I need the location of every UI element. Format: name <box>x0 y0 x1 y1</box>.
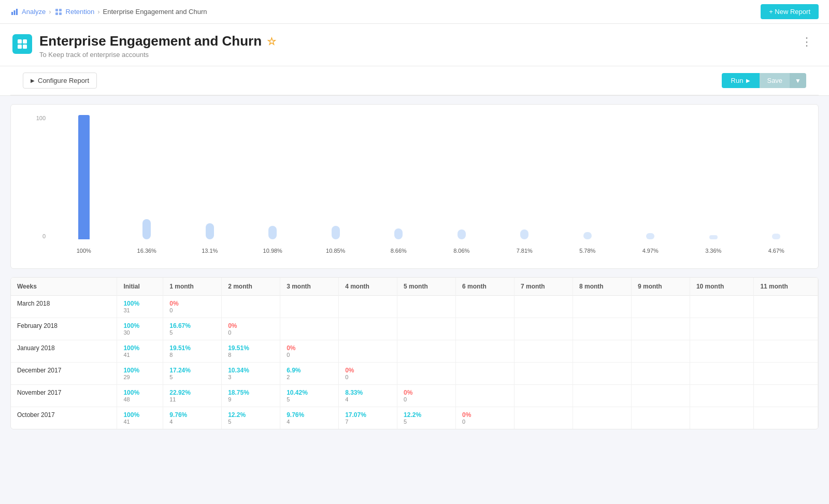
cell-count: 41 <box>123 352 156 358</box>
run-icon: ▶ <box>746 78 750 83</box>
table-cell <box>573 340 632 363</box>
breadcrumb-sep-2: › <box>97 8 99 16</box>
table-header-cell: 8 month <box>573 278 632 296</box>
cell-count: 2 <box>287 374 332 380</box>
week-label: October 2017 <box>11 407 117 429</box>
bars-container: 100%16.36%13.1%10.98%10.85%8.66%8.06%7.8… <box>52 115 808 239</box>
table-cell: 16.67%5 <box>163 318 222 340</box>
favorite-star[interactable]: ☆ <box>267 35 276 48</box>
cell-percentage: 10.42% <box>287 389 332 396</box>
table-cell <box>280 318 339 340</box>
bar <box>332 226 340 239</box>
save-dropdown-button[interactable]: ▼ <box>790 73 806 88</box>
bar-label: 7.81% <box>517 248 533 254</box>
cell-count: 41 <box>123 419 156 425</box>
cell-percentage: 17.24% <box>169 367 215 374</box>
cell-percentage: 18.75% <box>228 389 274 396</box>
svg-rect-0 <box>11 12 13 15</box>
svg-rect-4 <box>59 9 62 11</box>
table-cell: 10.34%3 <box>222 363 280 385</box>
analyze-link[interactable]: Analyze <box>22 8 46 16</box>
table-cell <box>690 340 753 363</box>
bar-column: 3.36% <box>682 115 745 239</box>
cell-count: 31 <box>123 307 156 313</box>
svg-rect-5 <box>55 12 58 15</box>
new-report-button[interactable]: + New Report <box>761 4 819 19</box>
bar-column: 4.67% <box>745 115 808 239</box>
table-row: October 2017100%419.76%412.2%59.76%417.0… <box>11 407 818 429</box>
retention-link[interactable]: Retention <box>66 8 95 16</box>
bar-column: 16.36% <box>116 115 179 239</box>
run-button[interactable]: Run ▶ <box>722 73 760 88</box>
table-header-cell: 1 month <box>163 278 222 296</box>
table-cell <box>456 363 514 385</box>
table-cell <box>690 385 753 407</box>
cell-percentage: 12.2% <box>228 411 274 419</box>
page-subtitle: To Keep track of enterprise accounts <box>39 51 276 59</box>
table-cell <box>631 340 690 363</box>
cell-percentage: 19.51% <box>169 344 215 352</box>
bar-label: 8.66% <box>391 248 407 254</box>
breadcrumb: Analyze › Retention › Enterprise Engagem… <box>10 8 207 16</box>
table-cell <box>754 407 818 429</box>
bar <box>268 226 277 239</box>
cell-percentage: 9.76% <box>169 411 215 419</box>
bar-column: 8.06% <box>430 115 493 239</box>
bar <box>206 223 214 239</box>
chart-section: 100 0 100%16.36%13.1%10.98%10.85%8.66%8.… <box>10 104 819 269</box>
bar-column: 8.66% <box>367 115 431 239</box>
table-cell <box>754 363 818 385</box>
bar-column: 100% <box>52 115 116 239</box>
cell-percentage: 100% <box>123 300 156 307</box>
bar-label: 16.36% <box>137 248 156 254</box>
table-cell: 0%0 <box>280 340 339 363</box>
bar-label: 13.1% <box>202 248 218 254</box>
table-header-cell: 5 month <box>397 278 456 296</box>
toolbar: ▶ Configure Report Run ▶ Save ▼ <box>10 66 819 95</box>
bar <box>78 115 90 239</box>
table-cell <box>514 385 573 407</box>
toolbar-actions: Run ▶ Save ▼ <box>722 73 806 88</box>
bar <box>646 233 654 239</box>
cell-percentage: 100% <box>123 367 156 374</box>
configure-report-button[interactable]: ▶ Configure Report <box>23 73 97 89</box>
configure-label: Configure Report <box>38 77 89 84</box>
title-block: Enterprise Engagement and Churn ☆ To Kee… <box>39 33 276 59</box>
cell-percentage: 0% <box>404 389 449 396</box>
cell-count: 11 <box>169 396 215 402</box>
page-icon <box>12 34 32 54</box>
table-row: February 2018100%3016.67%50%0 <box>11 318 818 340</box>
more-menu-button[interactable]: ⋮ <box>797 33 817 51</box>
table-header-cell: 4 month <box>339 278 397 296</box>
table-cell <box>573 385 632 407</box>
cell-percentage: 0% <box>169 300 215 307</box>
table-cell <box>514 340 573 363</box>
header-left: Enterprise Engagement and Churn ☆ To Kee… <box>12 33 276 59</box>
table-cell <box>631 363 690 385</box>
table-cell <box>754 385 818 407</box>
table-cell <box>690 363 753 385</box>
table-cell: 18.75%9 <box>222 385 280 407</box>
table-cell <box>631 385 690 407</box>
table-cell <box>690 318 753 340</box>
svg-rect-6 <box>59 12 62 15</box>
table-row: January 2018100%4119.51%819.51%80%0 <box>11 340 818 363</box>
cell-count: 0 <box>287 352 332 358</box>
cell-percentage: 100% <box>123 322 156 329</box>
bar <box>520 229 528 239</box>
bar-label: 4.97% <box>642 248 659 254</box>
table-cell: 0%0 <box>339 363 397 385</box>
table-cell: 8.33%4 <box>339 385 397 407</box>
table-cell: 100%48 <box>117 385 163 407</box>
table-cell <box>397 318 456 340</box>
bar-label: 100% <box>77 248 91 254</box>
cell-percentage: 0% <box>228 322 274 329</box>
cell-count: 4 <box>169 419 215 425</box>
table-cell <box>456 296 514 318</box>
table-cell <box>397 340 456 363</box>
bar-label: 3.36% <box>705 248 721 254</box>
save-button[interactable]: Save <box>760 73 790 88</box>
table-cell <box>754 340 818 363</box>
table-cell: 0%0 <box>222 318 280 340</box>
table-cell <box>456 385 514 407</box>
